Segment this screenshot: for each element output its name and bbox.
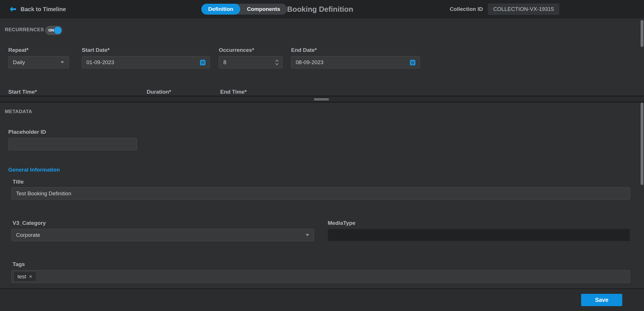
recurrences-section-label: RECURRENCES <box>5 27 44 33</box>
tag-chip: test ✕ <box>14 272 36 281</box>
collection-id-group: Collection ID COLLECTION-VX-19315 <box>450 0 559 18</box>
title-label: Title <box>13 179 24 185</box>
v3-category-select-value: Corporate <box>16 232 40 238</box>
occurrences-input[interactable] <box>219 56 283 68</box>
repeat-label: Repeat* <box>8 47 29 53</box>
toggle-knob <box>54 27 61 34</box>
chevron-down-icon <box>60 61 64 64</box>
back-to-timeline-button[interactable]: Back to Timeline <box>10 0 66 18</box>
scrollbar-thumb-bottom-panel[interactable] <box>641 103 643 185</box>
calendar-icon[interactable] <box>199 59 206 66</box>
tags-input[interactable]: test ✕ <box>11 270 630 283</box>
recurrences-toggle[interactable]: ON <box>45 26 62 35</box>
occurrences-label: Occurrences* <box>219 47 254 53</box>
top-bar: Back to Timeline Definition Components B… <box>0 0 644 18</box>
v3-category-select[interactable]: Corporate <box>11 229 314 241</box>
splitter-grip-icon <box>314 98 329 101</box>
metadata-section-label: METADATA <box>5 109 32 115</box>
end-time-label: End Time* <box>220 89 247 95</box>
placeholder-id-label: Placeholder ID <box>8 129 46 135</box>
panel-splitter[interactable] <box>0 96 644 103</box>
stepper-down-icon[interactable] <box>275 63 279 65</box>
tag-remove-icon[interactable]: ✕ <box>29 274 33 279</box>
arrow-left-icon <box>10 6 16 12</box>
tag-chip-label: test <box>17 273 26 280</box>
toggle-on-label: ON <box>48 28 54 32</box>
calendar-icon[interactable] <box>409 59 416 66</box>
back-to-timeline-label: Back to Timeline <box>21 6 66 13</box>
placeholder-id-input[interactable] <box>8 138 137 150</box>
tab-definition[interactable]: Definition <box>201 4 240 15</box>
end-date-input[interactable] <box>291 56 420 68</box>
chevron-down-icon <box>305 234 309 236</box>
repeat-select[interactable]: Daily <box>8 56 69 68</box>
footer-bar: Save <box>0 288 644 311</box>
v3-category-label: V3_Category <box>13 220 46 226</box>
scrollbar-thumb-top-panel[interactable] <box>641 20 643 47</box>
tags-label: Tags <box>13 261 25 267</box>
repeat-select-value: Daily <box>13 59 25 66</box>
view-toggle: Definition Components <box>201 4 287 15</box>
collection-id-badge: COLLECTION-VX-19315 <box>488 3 559 15</box>
page-title: Booking Definition <box>287 0 353 18</box>
media-type-label: MediaType <box>328 220 355 226</box>
end-date-label: End Date* <box>291 47 317 53</box>
recurrences-panel: RECURRENCES ON Repeat* Start Date* Occur… <box>0 18 644 96</box>
collection-id-label: Collection ID <box>450 6 483 12</box>
tab-components[interactable]: Components <box>240 4 287 15</box>
media-type-input[interactable] <box>328 229 630 241</box>
stepper-up-icon[interactable] <box>275 60 279 62</box>
metadata-panel: METADATA Placeholder ID General Informat… <box>0 103 644 288</box>
start-date-label: Start Date* <box>82 47 110 53</box>
title-input[interactable] <box>11 187 630 200</box>
duration-label: Duration* <box>147 89 171 95</box>
start-time-label: Start Time* <box>8 89 37 95</box>
save-button[interactable]: Save <box>581 294 622 306</box>
start-date-input[interactable] <box>82 56 210 68</box>
general-information-heading: General Information <box>8 167 60 173</box>
